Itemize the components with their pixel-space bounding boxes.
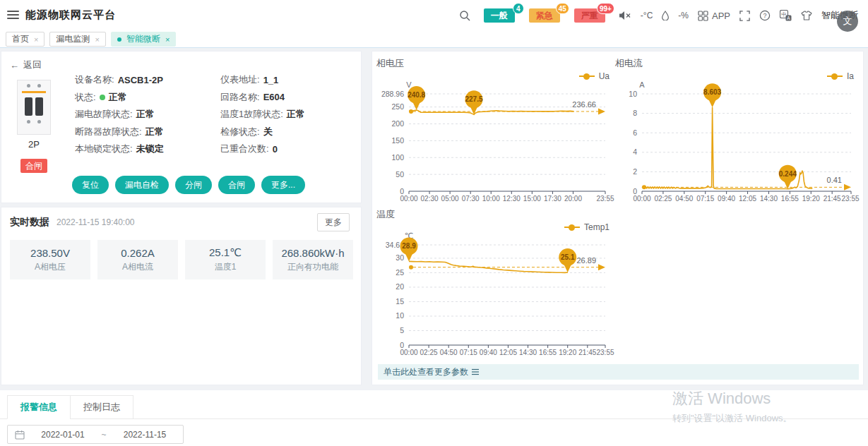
svg-text:5: 5 <box>400 326 404 334</box>
menu-toggle-icon[interactable] <box>7 11 19 20</box>
svg-text:20: 20 <box>396 282 404 291</box>
svg-text:15:00: 15:00 <box>523 195 541 203</box>
svg-text:8: 8 <box>633 109 637 117</box>
svg-text:12:05: 12:05 <box>739 195 756 203</box>
charts-panel: 相电压 Ua 050100150200250288.96V00:0002:300… <box>371 51 864 385</box>
device-field-value: 正常 <box>109 91 127 104</box>
alarm-severe-count-badge: 99+ <box>597 3 614 14</box>
status-dot <box>100 95 105 100</box>
realtime-more-button[interactable]: 更多 <box>317 213 350 231</box>
svg-text:6: 6 <box>633 128 637 137</box>
device-field-value: 正常 <box>136 108 155 121</box>
svg-text:12:30: 12:30 <box>503 195 521 203</box>
svg-text:10:00: 10:00 <box>482 195 500 203</box>
svg-text:15: 15 <box>396 297 404 306</box>
svg-text:02:30: 02:30 <box>421 195 439 203</box>
date-range-picker[interactable]: 2022-01-01 ~ 2022-11-15 <box>7 425 184 444</box>
reset-button[interactable]: 复位 <box>72 176 109 194</box>
page-tabbar: 首页 × 漏电监测 × 智能微断 × <box>0 31 868 48</box>
temperature-chart-canvas: 05101520253034.61℃00:0002:2504:5007:1509… <box>376 227 617 359</box>
back-label: 返回 <box>23 59 42 71</box>
device-field-label: 已重合次数: <box>220 143 269 155</box>
svg-text:21:45: 21:45 <box>824 195 841 203</box>
metric-label: A相电压 <box>35 261 66 273</box>
svg-text:00:00: 00:00 <box>633 195 650 203</box>
tab-home[interactable]: 首页 × <box>6 32 44 47</box>
app-grid-icon[interactable]: APP <box>698 11 730 21</box>
svg-text:12:05: 12:05 <box>499 349 517 356</box>
humidity-drop-icon <box>662 11 669 20</box>
alarm-severe-button[interactable]: 严重 99+ <box>574 8 605 23</box>
open-switch-button[interactable]: 分闸 <box>175 176 212 194</box>
breaker-image <box>17 80 51 135</box>
breaker-state-badge: 合闸 <box>20 159 47 173</box>
svg-text:14:30: 14:30 <box>760 195 778 203</box>
phase-current-chart-canvas: 0246810A00:0002:2504:5007:1509:4012:0514… <box>615 76 861 205</box>
tab-home-close-icon[interactable]: × <box>34 35 38 44</box>
close-switch-button[interactable]: 合闸 <box>218 176 255 194</box>
chart-title: 相电流 <box>615 57 861 70</box>
realtime-title: 实时数据 <box>10 216 49 229</box>
svg-text:05:00: 05:00 <box>441 195 459 203</box>
app-title: 能源物联网云平台 <box>25 8 116 22</box>
tab-smart-breaker[interactable]: 智能微断 × <box>111 32 176 47</box>
svg-text:00:00: 00:00 <box>400 195 417 203</box>
metric-label: A相电流 <box>122 261 153 273</box>
svg-text:07:15: 07:15 <box>460 349 477 356</box>
leakage-selftest-button[interactable]: 漏电自检 <box>115 176 169 194</box>
svg-text:04:50: 04:50 <box>440 349 458 356</box>
more-params-bar[interactable]: 单击此处查看更多参数 <box>378 364 859 380</box>
svg-text:10: 10 <box>396 311 404 320</box>
more-actions-button[interactable]: 更多... <box>261 176 305 194</box>
date-end-value[interactable]: 2022-11-15 <box>117 430 173 440</box>
tab-leakage-close-icon[interactable]: × <box>95 35 99 44</box>
fullscreen-icon[interactable] <box>739 11 750 21</box>
metric-tiles: 238.50V A相电压 0.262A A相电流 25.1℃ 温度1 268.8… <box>10 240 353 279</box>
svg-text:07:15: 07:15 <box>696 195 714 203</box>
device-field-value: 正常 <box>145 126 164 138</box>
svg-text:28.9: 28.9 <box>402 242 416 250</box>
alarm-urgent-label: 紧急 <box>536 10 553 22</box>
mute-icon[interactable] <box>619 11 631 20</box>
bottom-panel: 报警信息 控制日志 2022-01-01 ~ 2022-11-15 <box>0 390 868 446</box>
device-field-label: 仪表地址: <box>220 73 260 86</box>
alarm-general-button[interactable]: 一般 4 <box>484 8 515 23</box>
svg-text:04:50: 04:50 <box>675 195 693 203</box>
device-field-label: 回路名称: <box>220 91 260 104</box>
tab-smart-breaker-close-icon[interactable]: × <box>165 35 170 44</box>
back-button[interactable]: ← 返回 <box>10 59 42 71</box>
device-field-value: 0 <box>273 144 278 155</box>
date-start-value[interactable]: 2022-01-01 <box>35 430 91 440</box>
device-field-value: 关 <box>263 126 273 138</box>
svg-text:23:55: 23:55 <box>596 195 614 203</box>
search-icon[interactable] <box>459 10 470 21</box>
svg-text:227.5: 227.5 <box>465 95 483 103</box>
device-fields: 设备名称:ASCB1-2P 仪表地址:1_1 状态:正常 回路名称:E604 漏… <box>75 71 362 158</box>
phase-current-chart: 相电流 Ia 0246810A00:0002:2504:5007:1509:40… <box>615 57 861 207</box>
svg-text:19:20: 19:20 <box>559 349 576 356</box>
svg-text:50: 50 <box>396 170 404 179</box>
svg-text:2: 2 <box>633 167 637 176</box>
translate-icon[interactable]: 中A <box>780 10 792 21</box>
svg-text:240.8: 240.8 <box>408 91 425 99</box>
back-arrow-icon: ← <box>10 60 19 71</box>
app-label: APP <box>712 11 730 21</box>
device-field-value: 正常 <box>287 108 305 121</box>
alarm-urgent-button[interactable]: 紧急 45 <box>529 8 560 23</box>
chart-title: 相电压 <box>376 57 617 70</box>
translate-float-button[interactable]: 文 <box>837 11 858 32</box>
theme-shirt-icon[interactable] <box>801 11 812 20</box>
device-field-label: 漏电故障状态: <box>75 108 133 121</box>
realtime-timestamp: 2022-11-15 19:40:00 <box>57 217 135 227</box>
more-params-label: 单击此处查看更多参数 <box>384 366 468 378</box>
svg-text:0.41: 0.41 <box>827 176 842 184</box>
svg-text:8.603: 8.603 <box>703 88 721 96</box>
tab-alarm-info[interactable]: 报警信息 <box>7 395 71 419</box>
tab-control-log[interactable]: 控制日志 <box>70 395 133 419</box>
svg-text:A: A <box>639 80 645 89</box>
svg-text:150: 150 <box>391 136 404 145</box>
date-separator: ~ <box>91 430 117 440</box>
tab-leakage-monitor[interactable]: 漏电监测 × <box>49 32 105 47</box>
help-icon[interactable]: ? <box>759 10 771 21</box>
svg-text:19:20: 19:20 <box>802 195 820 203</box>
